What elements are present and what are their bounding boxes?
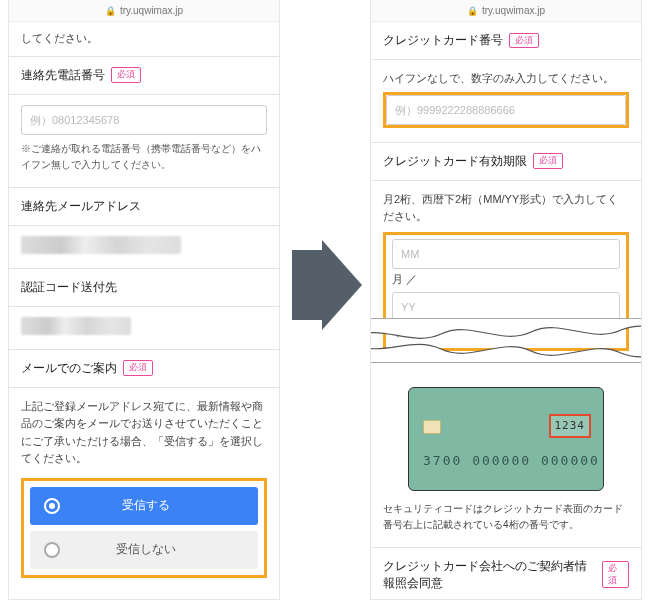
section-header-authdest: 認証コード送付先 (9, 268, 279, 307)
ccexpiry-hint: 月2桁、西暦下2桁（MM/YY形式）で入力してください。 (383, 191, 629, 226)
card-masked-number: 3700 000000 000000 (423, 451, 600, 472)
radio-opt-out[interactable]: 受信しない (30, 531, 258, 569)
url-bar: 🔒 try.uqwimax.jp (371, 0, 641, 22)
required-badge: 必須 (602, 561, 629, 588)
section-body-ccexpiry: 月2桁、西暦下2桁（MM/YY形式）で入力してください。 月 ／ 年 (371, 181, 641, 365)
section-body-ccnumber: ハイフンなしで、数字のみ入力してください。 (371, 60, 641, 142)
section-body-mailguide: 上記ご登録メールアドレス宛てに、最新情報や商品のご案内をメールでお送りさせていた… (9, 388, 279, 592)
top-note-fragment: してください。 (9, 22, 279, 56)
lock-icon: 🔒 (467, 6, 478, 16)
section-body-phone: ※ご連絡が取れる電話番号（携帯電話番号など）をハイフン無しで入力してください。 (9, 95, 279, 187)
section-label: メールでのご案内 (21, 360, 117, 377)
phone-input[interactable] (21, 105, 267, 135)
svg-marker-0 (292, 240, 362, 330)
required-badge: 必須 (123, 360, 153, 376)
section-header-mailguide: メールでのご案内 必須 (9, 349, 279, 388)
ccnumber-hint: ハイフンなしで、数字のみ入力してください。 (383, 70, 629, 88)
lock-icon: 🔒 (105, 6, 116, 16)
required-badge: 必須 (111, 67, 141, 83)
month-sep-label: 月 ／ (392, 271, 620, 289)
phone-note: ※ご連絡が取れる電話番号（携帯電話番号など）をハイフン無しで入力してください。 (21, 141, 267, 173)
mailguide-radio-group: 受信する 受信しない (21, 478, 267, 578)
section-header-ccnumber: クレジットカード番号 必須 (371, 22, 641, 60)
year-label: 年 (392, 324, 620, 342)
email-value-redacted (21, 236, 181, 254)
radio-label: 受信する (48, 496, 244, 515)
section-label: クレジットカード番号 (383, 32, 503, 49)
section-body-cardgraphic: 1234 3700 000000 000000 セキュリティコードはクレジットカ… (371, 365, 641, 547)
right-screen-panel: 🔒 try.uqwimax.jp クレジットカード番号 必須 ハイフンなしで、数… (370, 0, 642, 600)
mailguide-desc: 上記ご登録メールアドレス宛てに、最新情報や商品のご案内をメールでお送りさせていた… (21, 398, 267, 468)
required-badge: 必須 (533, 153, 563, 169)
arrow-icon (292, 240, 362, 330)
ccexpiry-mm-input[interactable] (392, 239, 620, 269)
card-chip-icon (423, 420, 441, 434)
radio-label: 受信しない (48, 540, 244, 559)
url-bar: 🔒 try.uqwimax.jp (9, 0, 279, 22)
section-label: 連絡先電話番号 (21, 67, 105, 84)
section-header-ccexpiry: クレジットカード有効期限 必須 (371, 142, 641, 181)
section-label: 認証コード送付先 (21, 279, 117, 296)
url-text: try.uqwimax.jp (120, 5, 183, 16)
authdest-value-redacted (21, 317, 131, 335)
url-text: try.uqwimax.jp (482, 5, 545, 16)
section-body-email (9, 226, 279, 268)
section-header-phone: 連絡先電話番号 必須 (9, 56, 279, 95)
required-badge: 必須 (509, 33, 539, 49)
section-label: クレジットカード会社へのご契約者情報照会同意 (383, 558, 596, 592)
ccexpiry-yy-input[interactable] (392, 292, 620, 322)
section-label: 連絡先メールアドレス (21, 198, 141, 215)
card-security-code-highlight: 1234 (549, 414, 592, 438)
left-screen-panel: 🔒 try.uqwimax.jp してください。 連絡先電話番号 必須 ※ご連絡… (8, 0, 280, 600)
ccnumber-input[interactable] (386, 95, 626, 125)
credit-card-graphic: 1234 3700 000000 000000 (408, 387, 604, 491)
section-label: クレジットカード有効期限 (383, 153, 527, 170)
section-header-consent: クレジットカード会社へのご契約者情報照会同意 必須 (371, 547, 641, 600)
section-header-email: 連絡先メールアドレス (9, 187, 279, 226)
security-code-note: セキュリティコードはクレジットカード表面のカード番号右上に記載されている4桁の番… (383, 501, 629, 533)
section-body-authdest (9, 307, 279, 349)
radio-opt-in[interactable]: 受信する (30, 487, 258, 525)
